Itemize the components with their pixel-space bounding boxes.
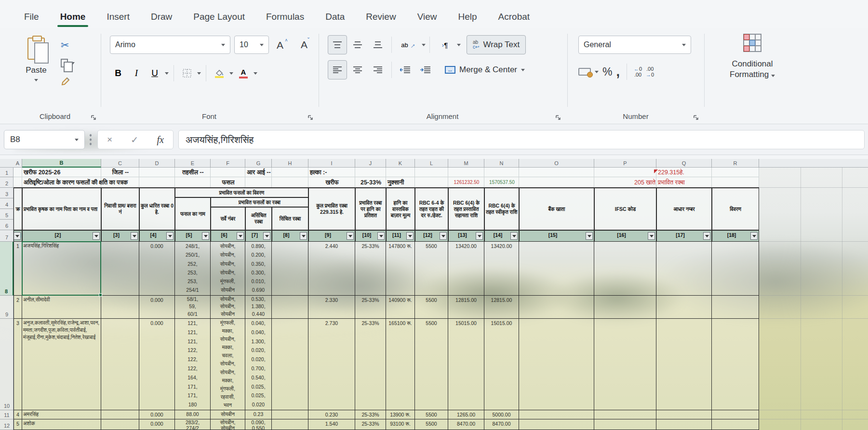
cell-G11[interactable]: 0.23 <box>245 410 272 419</box>
filter-cell-J[interactable]: [10] <box>355 230 386 242</box>
header-cell-E[interactable]: फसल का नाम <box>175 197 211 230</box>
cell-L1[interactable] <box>415 168 448 177</box>
decrease-decimal-button[interactable]: .00→0 <box>646 66 654 78</box>
cell-E11[interactable]: 88.00 <box>175 410 211 419</box>
filter-cell-M[interactable]: [13] <box>448 230 484 242</box>
filter-dropdown-K[interactable] <box>406 232 414 240</box>
cell-E2[interactable] <box>175 177 211 188</box>
orientation-chevron-icon[interactable] <box>422 44 426 46</box>
cell-P1[interactable] <box>594 168 656 177</box>
decrease-indent-button[interactable] <box>396 60 415 79</box>
cell-P8[interactable] <box>594 242 656 296</box>
tab-acrobat[interactable]: Acrobat <box>488 9 540 25</box>
paste-button[interactable]: Paste <box>18 35 54 103</box>
filter-dropdown-D[interactable] <box>166 232 174 240</box>
tab-page-layout[interactable]: Page Layout <box>183 9 255 25</box>
header-group-affected-crops-detail[interactable]: प्रभावित फसलों का विवरण <box>175 188 308 197</box>
cell-I8[interactable]: 2.440 <box>308 242 355 296</box>
cell-D9[interactable]: 0.000 <box>139 296 175 319</box>
align-top-button[interactable] <box>328 35 347 54</box>
cell-O8[interactable] <box>519 242 594 296</box>
filter-dropdown-N[interactable] <box>510 232 518 240</box>
row-header-7[interactable]: 7 <box>0 230 13 242</box>
col-header-B[interactable]: B <box>22 159 101 168</box>
cell-M10[interactable]: 15015.00 <box>448 319 484 410</box>
filter-dropdown-R[interactable] <box>750 232 758 240</box>
cell-L2[interactable] <box>415 177 448 188</box>
cell-I10[interactable]: 2.730 <box>308 319 355 410</box>
cell-I11[interactable]: 0.230 <box>308 410 355 419</box>
cell-H8[interactable] <box>272 242 308 296</box>
header-cell-O[interactable]: बैंक खाता <box>519 188 594 230</box>
filter-dropdown-O[interactable] <box>586 232 593 240</box>
tab-file[interactable]: File <box>13 9 50 25</box>
col-header-H[interactable]: H <box>272 159 308 168</box>
fill-color-chevron-icon[interactable] <box>229 72 233 75</box>
cell-P10[interactable] <box>594 319 656 410</box>
col-header-D[interactable]: D <box>139 159 175 168</box>
merge-center-chevron-icon[interactable] <box>521 69 525 71</box>
cell-A10[interactable]: 3 <box>13 319 22 410</box>
cell-O10[interactable] <box>519 319 594 410</box>
tab-insert[interactable]: Insert <box>96 9 140 25</box>
cell-P9[interactable] <box>594 296 656 319</box>
filter-dropdown-I[interactable] <box>347 232 354 240</box>
cell-H2[interactable] <box>272 177 308 188</box>
cell-O2[interactable] <box>519 177 594 188</box>
enter-button[interactable]: ✓ <box>131 134 138 145</box>
row-header-3[interactable]: 3 <box>0 188 13 198</box>
font-size-combo[interactable]: 10 <box>234 36 269 54</box>
header-cell-A[interactable]: क्र <box>13 188 22 230</box>
cell-B10[interactable]: अनुज,कलावती,सुमेरसिंह,राजेन्द्र,आशा,पवन,… <box>22 319 101 410</box>
increase-font-size-button[interactable]: A＾ <box>273 39 293 51</box>
cell-L8[interactable]: 5500 <box>415 242 448 296</box>
cell-A12[interactable]: 5 <box>13 419 22 430</box>
cell-C12[interactable] <box>101 419 139 430</box>
header-group-affected-crops-area[interactable]: प्रभावित फसलों का रक्बा <box>211 197 308 207</box>
increase-decimal-button[interactable]: ←0.00 <box>634 66 642 78</box>
cell-J8[interactable]: 25-33% <box>355 242 386 296</box>
cell-C11[interactable] <box>101 410 139 419</box>
row-header-9[interactable]: 9 <box>0 296 13 319</box>
cell-M8[interactable]: 13420.00 <box>448 242 484 296</box>
orientation-button[interactable]: ab→ <box>396 35 421 54</box>
tab-formulas[interactable]: Formulas <box>255 9 315 25</box>
cell-D2[interactable] <box>139 177 175 188</box>
cell-N1[interactable] <box>484 168 519 177</box>
tab-draw[interactable]: Draw <box>140 9 183 25</box>
font-color-button[interactable]: A <box>235 64 252 82</box>
filter-dropdown-E[interactable] <box>202 232 209 240</box>
cell-P12[interactable] <box>594 419 656 430</box>
cell-O12[interactable] <box>519 419 594 430</box>
cell-J11[interactable]: 25-33% <box>355 410 386 419</box>
cell-H9[interactable] <box>272 296 308 319</box>
cell-I12[interactable]: 1.540 <box>308 419 355 430</box>
filter-cell-C[interactable]: [3] <box>101 230 139 242</box>
text-direction-button[interactable]: ›¶ <box>434 35 456 54</box>
filter-dropdown-Q[interactable] <box>703 232 710 240</box>
cell-P11[interactable] <box>594 410 656 419</box>
tab-home[interactable]: Home <box>50 9 96 25</box>
comma-style-button[interactable]: , <box>616 68 620 76</box>
cell-E10[interactable]: 121, 121, 121, 122, 122, 122, 164, 171, … <box>175 319 211 410</box>
filter-dropdown-J[interactable] <box>377 232 385 240</box>
cell-R11[interactable] <box>712 410 759 419</box>
cell-B12[interactable]: अशोक <box>22 419 101 430</box>
col-header-G[interactable]: G <box>245 159 272 168</box>
cell-G2[interactable] <box>245 177 272 188</box>
cell-F9[interactable]: सोयबीन, सोयबीन, सोयबीन <box>211 296 245 319</box>
font-color-chevron-icon[interactable] <box>254 72 257 75</box>
cell-C9[interactable] <box>101 296 139 319</box>
cell-R8[interactable] <box>712 242 759 296</box>
col-header-R[interactable]: R <box>712 159 759 168</box>
cell-Q12[interactable] <box>656 419 712 430</box>
cell-M1[interactable] <box>448 168 484 177</box>
row-header-4[interactable]: 4 <box>0 198 13 209</box>
cell-H10[interactable] <box>272 319 308 410</box>
filter-dropdown-L[interactable] <box>440 232 447 240</box>
fill-color-button[interactable] <box>211 64 227 82</box>
cell-D10[interactable]: 0.000 <box>139 319 175 410</box>
align-middle-button[interactable] <box>348 35 367 54</box>
cell-D1[interactable] <box>139 168 175 177</box>
fill-handle[interactable] <box>99 293 102 297</box>
